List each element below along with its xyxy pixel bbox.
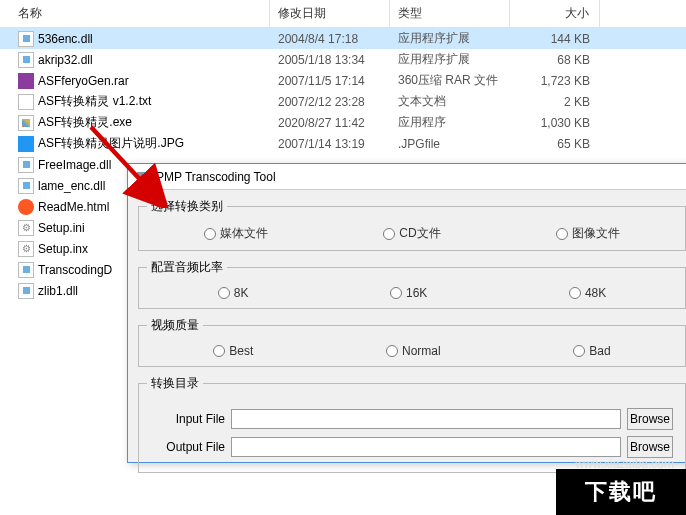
file-date: 2007/2/12 23:28 xyxy=(270,95,390,109)
file-size: 65 KB xyxy=(510,137,600,151)
col-header-name[interactable]: 名称 xyxy=(0,0,270,27)
file-name: 536enc.dll xyxy=(38,32,93,46)
dialog-title: PMP Transcoding Tool xyxy=(156,170,276,184)
file-date: 2007/1/14 13:19 xyxy=(270,137,390,151)
column-headers: 名称 修改日期 类型 大小 xyxy=(0,0,686,28)
file-name: FreeImage.dll xyxy=(38,158,111,172)
group-video-quality: 视频质量 Best Normal Bad xyxy=(138,317,686,367)
radio-cd-file[interactable]: CD文件 xyxy=(383,225,440,242)
file-type: 应用程序 xyxy=(390,114,510,131)
browse-input-button[interactable]: Browse xyxy=(627,408,673,430)
file-icon xyxy=(18,31,34,47)
file-icon xyxy=(18,241,34,257)
label-output-file: Output File xyxy=(151,440,225,454)
output-file-field[interactable] xyxy=(231,437,621,457)
radio-48k[interactable]: 48K xyxy=(569,286,606,300)
file-icon xyxy=(18,283,34,299)
file-name: ASF转换精灵图片说明.JPG xyxy=(38,135,184,152)
file-name: ASF转换精灵.exe xyxy=(38,114,132,131)
file-row[interactable]: 536enc.dll2004/8/4 17:18应用程序扩展144 KB xyxy=(0,28,686,49)
group-audio-bitrate: 配置音频比率 8K 16K 48K xyxy=(138,259,686,309)
radio-bad[interactable]: Bad xyxy=(573,344,610,358)
radio-normal[interactable]: Normal xyxy=(386,344,441,358)
radio-best[interactable]: Best xyxy=(213,344,253,358)
dialog-titlebar[interactable]: PMP Transcoding Tool xyxy=(128,164,686,190)
file-name: zlib1.dll xyxy=(38,284,78,298)
file-size: 144 KB xyxy=(510,32,600,46)
radio-image-file[interactable]: 图像文件 xyxy=(556,225,620,242)
browse-output-button[interactable]: Browse xyxy=(627,436,673,458)
file-date: 2020/8/27 11:42 xyxy=(270,116,390,130)
legend-video-quality: 视频质量 xyxy=(147,317,203,334)
radio-8k[interactable]: 8K xyxy=(218,286,249,300)
file-name: ReadMe.html xyxy=(38,200,109,214)
legend-target-dir: 转换目录 xyxy=(147,375,203,392)
group-convert-type: 选择转换类别 媒体文件 CD文件 图像文件 xyxy=(138,198,686,251)
file-icon xyxy=(18,178,34,194)
file-icon xyxy=(18,262,34,278)
app-icon xyxy=(134,169,150,185)
col-header-size[interactable]: 大小 xyxy=(510,0,600,27)
col-header-type[interactable]: 类型 xyxy=(390,0,510,27)
file-icon xyxy=(18,199,34,215)
file-type: .JPGfile xyxy=(390,137,510,151)
file-icon xyxy=(18,115,34,131)
legend-convert-type: 选择转换类别 xyxy=(147,198,227,215)
file-icon xyxy=(18,94,34,110)
legend-audio-bitrate: 配置音频比率 xyxy=(147,259,227,276)
file-name: TranscodingD xyxy=(38,263,112,277)
file-row[interactable]: ASFferyoGen.rar2007/11/5 17:14360压缩 RAR … xyxy=(0,70,686,91)
file-name: ASF转换精灵 v1.2.txt xyxy=(38,93,151,110)
file-size: 1,723 KB xyxy=(510,74,600,88)
file-size: 2 KB xyxy=(510,95,600,109)
file-name: akrip32.dll xyxy=(38,53,93,67)
file-date: 2007/11/5 17:14 xyxy=(270,74,390,88)
file-row[interactable]: ASF转换精灵图片说明.JPG2007/1/14 13:19.JPGfile65… xyxy=(0,133,686,154)
file-date: 2005/1/18 13:34 xyxy=(270,53,390,67)
file-type: 应用程序扩展 xyxy=(390,51,510,68)
file-size: 68 KB xyxy=(510,53,600,67)
file-row[interactable]: akrip32.dll2005/1/18 13:34应用程序扩展68 KB xyxy=(0,49,686,70)
file-type: 文本文档 xyxy=(390,93,510,110)
file-row[interactable]: ASF转换精灵.exe2020/8/27 11:42应用程序1,030 KB xyxy=(0,112,686,133)
file-icon xyxy=(18,136,34,152)
file-icon xyxy=(18,220,34,236)
col-header-date[interactable]: 修改日期 xyxy=(270,0,390,27)
file-name: ASFferyoGen.rar xyxy=(38,74,129,88)
transcoding-dialog: PMP Transcoding Tool 选择转换类别 媒体文件 CD文件 图像… xyxy=(127,163,686,463)
file-name: Setup.ini xyxy=(38,221,85,235)
file-icon xyxy=(18,157,34,173)
file-row[interactable]: ASF转换精灵 v1.2.txt2007/2/12 23:28文本文档2 KB xyxy=(0,91,686,112)
file-type: 360压缩 RAR 文件 xyxy=(390,72,510,89)
file-type: 应用程序扩展 xyxy=(390,30,510,47)
input-file-field[interactable] xyxy=(231,409,621,429)
label-input-file: Input File xyxy=(151,412,225,426)
site-logo: 下载吧 xyxy=(556,469,686,515)
radio-media-file[interactable]: 媒体文件 xyxy=(204,225,268,242)
file-icon xyxy=(18,73,34,89)
file-size: 1,030 KB xyxy=(510,116,600,130)
file-date: 2004/8/4 17:18 xyxy=(270,32,390,46)
file-name: Setup.inx xyxy=(38,242,88,256)
file-icon xyxy=(18,52,34,68)
file-name: lame_enc.dll xyxy=(38,179,105,193)
radio-16k[interactable]: 16K xyxy=(390,286,427,300)
